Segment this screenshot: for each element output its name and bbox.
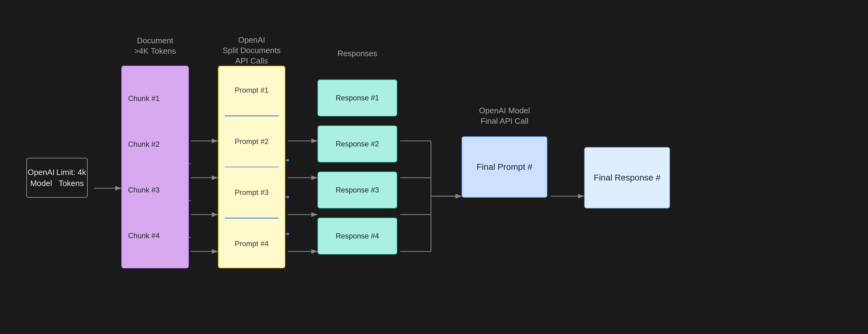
- chunk-1-label: Chunk #1: [128, 94, 182, 103]
- response-box-2: Response #2: [317, 126, 397, 162]
- final-response-box: Final Response #: [584, 147, 670, 208]
- chunks-col: Document >4K Tokens Chunk #1 Chunk #2 Ch…: [121, 66, 189, 268]
- response-4-text: Response #4: [336, 232, 379, 240]
- chunk-3-label: Chunk #3: [128, 186, 182, 194]
- final-api-label-line1: OpenAI Model: [462, 106, 548, 116]
- prompt-4-label: Prompt #4: [225, 240, 279, 248]
- diagram: OpenAI Model Limit: 4k Tokens Document >…: [20, 21, 848, 313]
- document-label: Document >4K Tokens: [121, 35, 189, 56]
- chunk-container: Chunk #1 Chunk #2 Chunk #3 Chunk #4: [121, 66, 189, 268]
- final-prompt-col: OpenAI Model Final API Call Final Prompt…: [462, 136, 548, 198]
- response-box-1: Response #1: [317, 80, 397, 116]
- prompts-col: OpenAI Split Documents API Calls Prompt …: [218, 66, 285, 268]
- chunk-2-label: Chunk #2: [128, 140, 182, 148]
- model-box-limit: Limit: 4k Tokens: [56, 167, 87, 189]
- response-list: Response #1 Response #2 Response #3 Resp…: [317, 80, 397, 254]
- response-box-4: Response #4: [317, 218, 397, 254]
- responses-label: Responses: [337, 49, 377, 58]
- prompt-1-label: Prompt #1: [225, 86, 279, 94]
- doc-label-line1: Document: [134, 36, 176, 46]
- svg-point-17: [286, 196, 289, 198]
- openai-label-line3: API Calls: [218, 56, 285, 66]
- doc-label-line2: >4K Tokens: [134, 46, 176, 56]
- model-col: OpenAI Model Limit: 4k Tokens: [26, 136, 88, 198]
- final-api-label-line2: Final API Call: [462, 116, 548, 127]
- chunk-4-label: Chunk #4: [128, 231, 182, 240]
- final-response-col: Final Response #: [584, 126, 670, 208]
- response-1-text: Response #1: [336, 94, 379, 102]
- response-3-text: Response #3: [336, 186, 379, 194]
- final-prompt-text: Final Prompt #: [476, 162, 532, 172]
- model-box-text: OpenAI Model: [27, 167, 56, 189]
- prompt-container: Prompt #1 Prompt #2 Prompt #3 Prompt #4: [218, 66, 285, 268]
- prompt-2-label: Prompt #2: [225, 137, 279, 146]
- svg-point-15: [286, 159, 289, 162]
- openai-label-line2: Split Documents: [218, 46, 285, 56]
- prompt-3-label: Prompt #3: [225, 188, 279, 197]
- responses-col: Responses Response #1 Response #2 Respon…: [317, 80, 397, 254]
- response-2-text: Response #2: [336, 140, 379, 148]
- final-response-text: Final Response #: [594, 172, 660, 183]
- svg-point-19: [286, 233, 289, 235]
- final-prompt-box: Final Prompt #: [462, 136, 548, 198]
- openai-label-line1: OpenAI: [218, 35, 285, 46]
- response-box-3: Response #3: [317, 172, 397, 208]
- model-box: OpenAI Model Limit: 4k Tokens: [26, 158, 88, 198]
